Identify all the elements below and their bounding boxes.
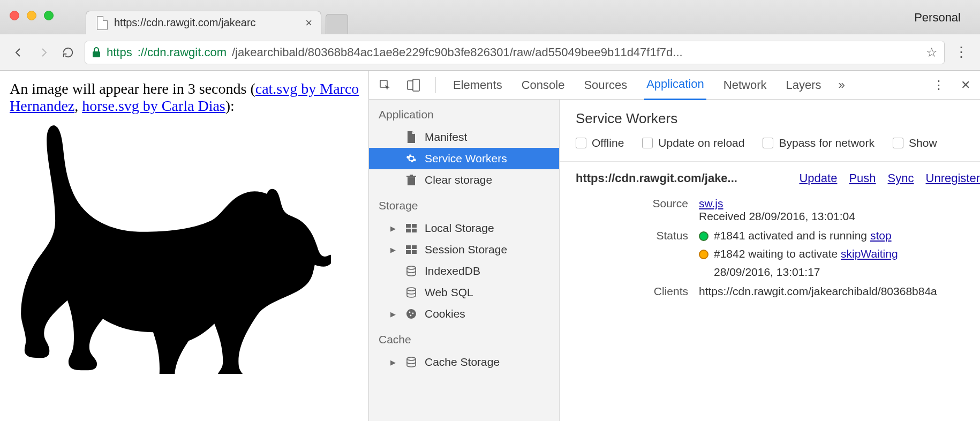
tab-title: https://cdn.rawgit.com/jakearc	[114, 17, 256, 29]
sw-action-stop[interactable]: stop	[870, 229, 892, 242]
action-push[interactable]: Push	[849, 171, 876, 185]
action-sync[interactable]: Sync	[888, 171, 914, 185]
sidebar-item-session-storage[interactable]: ▶Session Storage	[369, 239, 559, 260]
status-dot-green	[699, 231, 708, 241]
svg-rect-8	[406, 245, 411, 249]
option-offline[interactable]: Offline	[576, 137, 624, 149]
sidebar-group-application: Application	[369, 100, 559, 126]
action-update[interactable]: Update	[799, 171, 837, 185]
svg-point-16	[412, 313, 414, 314]
sidebar-item-label: Session Storage	[425, 243, 507, 256]
svg-point-15	[409, 312, 411, 313]
devtools-close-button[interactable]: ✕	[961, 78, 970, 92]
sidebar-item-label: Manifest	[425, 131, 467, 144]
devtools-tab-network[interactable]: Network	[721, 71, 769, 100]
sidebar-item-cookies[interactable]: ▶Cookies	[369, 303, 559, 325]
sw-origin: https://cdn.rawgit.com/jake...	[576, 171, 737, 185]
option-label: Show	[909, 137, 937, 149]
option-label: Update on reload	[658, 137, 744, 149]
trash-icon	[405, 174, 417, 186]
close-icon[interactable]: ×	[305, 16, 312, 30]
sw-status-text: #1841 activated and is running	[714, 229, 870, 242]
devtools-tab-console[interactable]: Console	[519, 71, 567, 100]
link-horse-svg[interactable]: horse.svg by Carla Dias	[82, 97, 225, 114]
sw-status-line: #1842 waiting to activate skipWaiting	[699, 247, 980, 260]
sidebar-item-label: Local Storage	[425, 222, 494, 235]
clients-label: Clients	[576, 285, 688, 298]
source-link[interactable]: sw.js	[699, 197, 723, 209]
window-close-button[interactable]	[10, 11, 19, 20]
devtools-tab-layers[interactable]: Layers	[783, 71, 823, 100]
clients-value: https://cdn.rawgit.com/jakearchibald/803…	[699, 285, 980, 298]
address-bar[interactable]: https://cdn.rawgit.com/jakearchibald/803…	[85, 41, 945, 64]
option-update-on-reload[interactable]: Update on reload	[642, 137, 744, 149]
sw-status-timestamp: 28/09/2016, 13:01:17	[714, 266, 980, 279]
forward-button[interactable]	[35, 44, 51, 61]
svg-rect-7	[412, 229, 417, 232]
file-icon	[97, 16, 108, 30]
pane-title: Service Workers	[576, 110, 980, 127]
devtools-tab-application[interactable]: Application	[644, 70, 706, 100]
disclosure-triangle-icon[interactable]: ▶	[390, 310, 398, 318]
sw-action-skipwaiting[interactable]: skipWaiting	[841, 247, 898, 260]
svg-rect-10	[406, 250, 411, 254]
status-label: Status	[576, 229, 688, 242]
devtools-tab-sources[interactable]: Sources	[582, 71, 629, 100]
disclosure-triangle-icon[interactable]: ▶	[390, 224, 398, 232]
bookmark-star-icon[interactable]: ☆	[926, 45, 938, 60]
checkbox[interactable]	[893, 138, 903, 148]
window-zoom-button[interactable]	[44, 11, 54, 20]
checkbox[interactable]	[763, 138, 773, 148]
sidebar-item-clear-storage[interactable]: Clear storage	[369, 169, 559, 191]
checkbox[interactable]	[576, 138, 586, 148]
devtools-sidebar: ApplicationManifestService WorkersClear …	[369, 100, 560, 421]
disclosure-triangle-icon[interactable]: ▶	[390, 246, 398, 254]
sidebar-item-cache-storage[interactable]: ▶Cache Storage	[369, 351, 559, 373]
option-bypass-for-network[interactable]: Bypass for network	[763, 137, 875, 149]
devtools-menu-button[interactable]: ⋮	[933, 78, 945, 92]
page-text: An image will appear here in 3 seconds (	[10, 80, 255, 97]
browser-tab[interactable]: https://cdn.rawgit.com/jakearc ×	[86, 11, 321, 34]
db-icon	[405, 356, 417, 368]
devtools-tab-elements[interactable]: Elements	[451, 71, 504, 100]
back-button[interactable]	[11, 44, 27, 61]
sidebar-item-web-sql[interactable]: Web SQL	[369, 282, 559, 303]
svg-rect-6	[406, 229, 411, 232]
svg-rect-0	[93, 51, 100, 57]
option-show[interactable]: Show	[893, 137, 937, 149]
svg-rect-4	[406, 224, 411, 228]
window-minimize-button[interactable]	[27, 11, 36, 20]
more-tabs-icon[interactable]: »	[839, 78, 845, 92]
url-path: /jakearchibald/80368b84ac1ae8e229fc90b3f…	[232, 46, 683, 59]
file-icon	[405, 131, 417, 143]
page-text-suffix: ):	[225, 97, 235, 114]
sidebar-item-label: Clear storage	[425, 174, 492, 186]
new-tab-button[interactable]	[326, 14, 348, 34]
sidebar-item-manifest[interactable]: Manifest	[369, 126, 559, 148]
grid-icon	[405, 244, 417, 255]
action-unregister[interactable]: Unregister	[926, 171, 980, 185]
sidebar-item-service-workers[interactable]: Service Workers	[369, 148, 559, 169]
inspect-element-icon[interactable]	[379, 79, 391, 92]
cookie-icon	[405, 308, 417, 320]
svg-point-12	[407, 266, 416, 269]
profile-label[interactable]: Personal	[914, 11, 961, 25]
lock-icon	[92, 47, 101, 58]
traffic-lights	[10, 11, 54, 20]
svg-rect-9	[412, 245, 417, 249]
disclosure-triangle-icon[interactable]: ▶	[390, 358, 398, 366]
db-icon	[405, 265, 417, 277]
sidebar-item-indexeddb[interactable]: IndexedDB	[369, 260, 559, 282]
device-toolbar-icon[interactable]	[406, 79, 420, 92]
service-workers-options: OfflineUpdate on reloadBypass for networ…	[576, 137, 980, 149]
checkbox[interactable]	[642, 138, 653, 148]
sidebar-item-label: Cookies	[425, 307, 465, 320]
reload-button[interactable]	[60, 44, 76, 61]
browser-menu-button[interactable]: ⋮	[953, 44, 969, 61]
sidebar-item-local-storage[interactable]: ▶Local Storage	[369, 217, 559, 239]
service-workers-pane: Service Workers OfflineUpdate on reloadB…	[560, 100, 980, 421]
svg-rect-3	[413, 79, 419, 91]
source-received: Received 28/09/2016, 13:01:04	[699, 210, 855, 222]
option-label: Bypass for network	[779, 137, 875, 149]
page-text-sep: ,	[74, 97, 82, 114]
